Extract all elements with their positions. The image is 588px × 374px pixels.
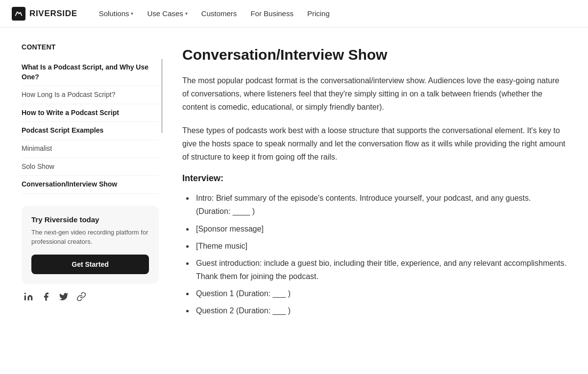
toc-link-6[interactable]: Conversation/Interview Show (22, 180, 159, 189)
sidebar-toc-wrapper: What Is a Podcast Script, and Why Use On… (22, 59, 159, 194)
nav-item-use-cases[interactable]: Use Cases ▾ (141, 6, 193, 21)
navbar: RIVERSIDE Solutions ▾ Use Cases ▾ Custom… (0, 0, 588, 27)
cta-box-title: Try Riverside today (31, 215, 149, 224)
nav-item-customers[interactable]: Customers (196, 6, 243, 21)
cta-box-description: The next-gen video recording platform fo… (31, 228, 149, 247)
list-item: [Theme music] (194, 239, 566, 253)
main-content: Conversation/Interview Show The most pop… (182, 43, 566, 322)
article-paragraph-1: The most popular podcast format is the c… (182, 74, 566, 114)
page-layout: Content What Is a Podcast Script, and Wh… (10, 27, 578, 337)
article-paragraph-2: These types of podcasts work best with a… (182, 124, 566, 164)
link-icon[interactable] (76, 292, 86, 302)
logo-text: RIVERSIDE (29, 9, 77, 19)
toc-item-0: What Is a Podcast Script, and Why Use On… (22, 59, 159, 86)
nav-item-solutions[interactable]: Solutions ▾ (93, 6, 140, 21)
chevron-down-icon: ▾ (131, 11, 133, 16)
facebook-icon[interactable] (41, 292, 51, 302)
chevron-down-icon: ▾ (185, 11, 188, 16)
list-item: Intro: Brief summary of the episode's co… (194, 191, 566, 218)
sidebar-heading: Content (22, 43, 159, 51)
interview-list: Intro: Brief summary of the episode's co… (182, 191, 566, 318)
toc-link-2[interactable]: How to Write a Podcast Script (22, 108, 159, 118)
linkedin-icon[interactable] (24, 292, 33, 302)
toc-item-1: How Long Is a Podcast Script? (22, 86, 159, 104)
sidebar-scrollbar-thumb (161, 59, 163, 133)
sidebar: Content What Is a Podcast Script, and Wh… (22, 43, 159, 322)
logo-icon (12, 7, 25, 21)
list-item: Question 2 (Duration: ___ ) (194, 304, 566, 317)
toc-link-4[interactable]: Minimalist (22, 144, 159, 154)
toc-link-1[interactable]: How Long Is a Podcast Script? (22, 90, 159, 100)
toc-item-6: Conversation/Interview Show (22, 176, 159, 194)
twitter-icon[interactable] (59, 292, 69, 302)
list-item: Guest introduction: include a guest bio,… (194, 257, 566, 283)
svg-point-1 (24, 292, 26, 294)
list-item: Question 1 (Duration: ___ ) (194, 287, 566, 300)
toc-link-0[interactable]: What Is a Podcast Script, and Why Use On… (22, 63, 159, 82)
sidebar-nav: What Is a Podcast Script, and Why Use On… (22, 59, 159, 194)
nav-item-pricing[interactable]: Pricing (301, 6, 336, 21)
interview-section-title: Interview: (182, 173, 566, 184)
toc-item-3: Podcast Script Examples (22, 122, 159, 140)
nav-logo[interactable]: RIVERSIDE (12, 7, 77, 21)
nav-items: Solutions ▾ Use Cases ▾ Customers For Bu… (93, 6, 336, 21)
nav-item-for-business[interactable]: For Business (245, 6, 299, 21)
toc-link-3[interactable]: Podcast Script Examples (22, 126, 159, 136)
svg-rect-0 (24, 295, 26, 300)
toc-item-2: How to Write a Podcast Script (22, 104, 159, 122)
list-item: [Sponsor message] (194, 222, 566, 235)
cta-box: Try Riverside today The next-gen video r… (22, 206, 159, 284)
get-started-button[interactable]: Get Started (31, 255, 149, 274)
social-icons (22, 292, 159, 302)
toc-item-5: Solo Show (22, 158, 159, 176)
toc-link-5[interactable]: Solo Show (22, 162, 159, 172)
toc-item-4: Minimalist (22, 140, 159, 158)
article-title: Conversation/Interview Show (182, 45, 566, 64)
